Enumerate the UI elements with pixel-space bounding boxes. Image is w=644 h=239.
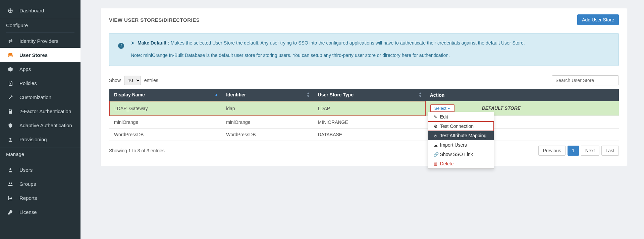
dd-import-users[interactable]: ☁ Import Users [428,140,494,150]
sidebar-item-user-stores[interactable]: User Stores [0,48,80,62]
sort-icon: ▲ [215,93,218,96]
page-title: VIEW USER STORES/DIRECTORIES [109,17,200,23]
sidebar-label: Dashboard [19,8,44,13]
caret-icon: ▼ [447,107,450,110]
sidebar-item-provisioning[interactable]: Provisioning [0,132,80,146]
sidebar-item-2fa[interactable]: 2-Factor Authentication [0,104,80,118]
sidebar-label: Provisioning [19,137,47,142]
user-icon [6,136,15,142]
pg-next[interactable]: Next [581,146,599,156]
col-display-name[interactable]: Display Name ▲ [109,89,221,101]
cloud-icon: ☁ [433,143,438,148]
table-row: WordPressDB WordPressDB DATABASE [109,128,619,141]
sidebar-item-customization[interactable]: Customization [0,90,80,104]
link-icon: 🔗 [433,152,438,157]
sidebar-label: Groups [19,181,36,187]
file-icon [6,80,15,86]
make-default-text: Makes the selected User Store the defaul… [171,40,525,46]
col-identifier[interactable]: Identifier ▲▼ [221,89,313,101]
sidebar-section-manage: Manage [0,148,80,160]
select-button[interactable]: Select▼ [430,104,454,112]
divider [6,161,74,161]
cell-display-name: WordPressDB [109,128,221,141]
sidebar-item-groups[interactable]: Groups [0,177,80,191]
svg-point-2 [9,168,11,170]
cell-identifier: miniOrange [221,116,313,129]
group-icon [6,181,15,187]
edit-icon: ✎ [433,114,438,119]
show-label-post: entries [144,78,158,83]
exchange-icon: ⇄ [6,38,15,44]
sidebar-item-users[interactable]: Users [0,163,80,177]
dd-delete[interactable]: 🗑 Delete [428,159,494,168]
action-dropdown: ✎ Edit ⚙ Test Connection ⎋ Test Attribut… [428,112,494,169]
cell-type: MINIORANGE [313,116,425,129]
panel: VIEW USER STORES/DIRECTORIES Add User St… [101,8,627,166]
entries-info: Showing 1 to 3 of 3 entries [109,148,165,153]
svg-point-1 [9,138,11,140]
sidebar-label: Users [19,167,33,173]
table-footer: Showing 1 to 3 of 3 entries Previous 1 N… [101,141,627,156]
lock-icon [6,108,15,114]
dd-show-sso-link[interactable]: 🔗 Show SSO Link [428,150,494,159]
dd-test-attribute-mapping[interactable]: ⎋ Test Attribute Mapping [428,131,494,140]
sidebar-label: Apps [19,66,31,72]
make-default-title: Make Default : [138,40,169,46]
dashboard-icon [6,7,15,13]
info-icon: i [118,43,124,49]
col-action: Action [425,89,619,101]
map-icon: ⎋ [433,133,438,138]
server-icon [6,52,15,58]
sidebar-label: Customization [19,94,51,100]
sort-icon: ▲▼ [307,91,310,98]
default-store-badge: DEFAULT STORE [482,105,521,111]
box-icon [6,66,15,72]
sidebar: Dashboard Configure ⇄ Identity Providers… [0,0,80,239]
user-stores-table: Display Name ▲ Identifier ▲▼ User Store … [109,89,619,141]
col-type[interactable]: User Store Type ▲▼ [313,89,425,101]
pg-last[interactable]: Last [601,146,619,156]
table-toolbar: Show 10 entries [101,73,627,89]
search-input[interactable] [552,75,619,85]
svg-point-4 [11,183,12,184]
table-row: LDAP_Gateway ldap LDAP Select▼ DEFAULT S… [109,101,619,116]
entries-select[interactable]: 10 [124,76,141,85]
pg-previous[interactable]: Previous [538,146,565,156]
sidebar-item-adaptive-auth[interactable]: Adaptive Authentication [0,118,80,132]
cell-type: LDAP [313,101,425,116]
cell-action: Select▼ DEFAULT STORE ✎ Edit ⚙ Te [425,101,619,116]
table-wrap: Display Name ▲ Identifier ▲▼ User Store … [101,89,627,141]
entries-control: Show 10 entries [109,76,158,85]
gears-icon: ⚙ [433,124,438,129]
sort-icon: ▲▼ [419,91,422,98]
info-box: i ➤ Make Default : Makes the selected Us… [109,33,619,66]
cell-display-name: miniOrange [109,116,221,129]
sidebar-item-apps[interactable]: Apps [0,62,80,76]
sidebar-label: Policies [19,80,37,86]
svg-point-3 [9,183,10,184]
divider [6,32,74,32]
trash-icon: 🗑 [433,161,438,166]
sidebar-item-policies[interactable]: Policies [0,76,80,90]
chart-icon [6,195,15,201]
cell-type: DATABASE [313,128,425,141]
pg-1[interactable]: 1 [568,146,579,156]
sidebar-label: License [19,209,37,215]
user-icon [6,167,15,173]
key-icon [6,209,15,215]
sidebar-item-license[interactable]: License [0,205,80,219]
show-label-pre: Show [109,78,121,83]
sidebar-label: Adaptive Authentication [19,123,72,128]
cell-display-name: LDAP_Gateway [109,101,221,116]
dd-test-connection[interactable]: ⚙ Test Connection [428,122,494,131]
sidebar-label: User Stores [19,52,48,58]
cell-identifier: ldap [221,101,313,116]
sidebar-label: Reports [19,195,37,201]
sidebar-item-identity-providers[interactable]: ⇄ Identity Providers [0,34,80,48]
sidebar-item-reports[interactable]: Reports [0,191,80,205]
dd-edit[interactable]: ✎ Edit [428,112,494,122]
sidebar-item-dashboard[interactable]: Dashboard [0,3,80,17]
add-user-store-button[interactable]: Add User Store [577,14,619,25]
wrench-icon [6,94,15,100]
cursor-icon: ➤ [131,40,135,46]
